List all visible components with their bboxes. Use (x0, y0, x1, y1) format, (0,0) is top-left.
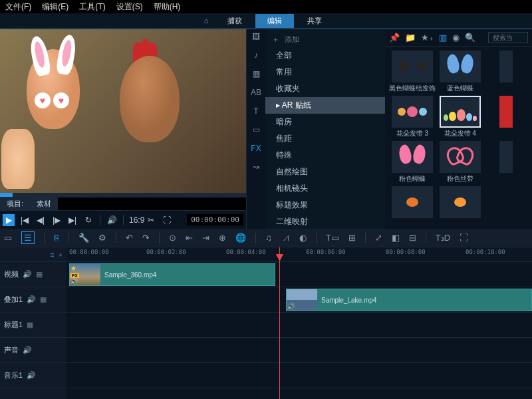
home-icon[interactable]: ⌂ (198, 17, 214, 25)
path-icon[interactable]: ↝ (250, 162, 262, 174)
asset-partial-3[interactable] (485, 141, 529, 184)
asset-pink-butterfly[interactable]: 粉色蝴蝶 (389, 141, 436, 184)
hide-icon[interactable]: ▦ (36, 270, 43, 279)
playhead[interactable] (279, 247, 280, 399)
cat-title-fx[interactable]: 标题效果 (265, 197, 385, 213)
view-icon[interactable]: ▥ (439, 33, 447, 43)
loop-button[interactable]: ↻ (82, 214, 94, 226)
expand-icon[interactable]: ⛶ (460, 233, 468, 243)
tab-edit[interactable]: 编辑 (255, 14, 294, 28)
preview-canvas[interactable]: ♥♥ (0, 29, 246, 193)
cat-focus[interactable]: 焦距 (265, 130, 385, 147)
mixer-icon[interactable]: ⚙ (98, 233, 106, 243)
track-music-header[interactable]: 音乐1🔊 (0, 363, 66, 388)
undo-icon[interactable]: ↶ (126, 233, 133, 243)
track-title[interactable] (66, 313, 532, 338)
text-t-icon[interactable]: T (250, 106, 262, 118)
search-input[interactable] (488, 32, 528, 43)
cat-2d-map[interactable]: 二维映射 (265, 213, 385, 230)
tab-share[interactable]: 共享 (295, 14, 334, 28)
track-video[interactable]: ★FX🔊 Sample_360.mp4 (66, 262, 532, 287)
tab-capture[interactable]: 捕获 (215, 14, 254, 28)
asset-pink-ribbon[interactable]: 粉色丝带 (438, 141, 482, 184)
hide-icon[interactable]: ▦ (27, 321, 33, 329)
mute-icon[interactable]: 🔊 (27, 295, 36, 304)
add-category[interactable]: ＋添加 (265, 32, 385, 47)
timecode-display[interactable]: 00:00:00:00 (187, 214, 243, 225)
search-icon[interactable]: 🔍 (465, 33, 475, 43)
3d-title-icon[interactable]: T₃D (436, 233, 450, 243)
menu-settings[interactable]: 设置(S) (116, 1, 143, 13)
asset-blue-butterfly[interactable]: 蓝色蝴蝶 (438, 51, 482, 93)
track-overlay-header[interactable]: 叠加1🔊▦ (0, 287, 66, 313)
cat-common[interactable]: 常用 (265, 64, 385, 80)
cat-favorites[interactable]: 收藏夹 (265, 80, 385, 97)
track-area[interactable]: 00:00:00:00 00:00:02:00 00:00:04:00 00:0… (66, 247, 532, 399)
goto-end-button[interactable]: ▶| (66, 214, 78, 226)
insert-icon[interactable]: ⊕ (219, 233, 226, 243)
track-voice[interactable] (66, 338, 532, 363)
normalize-icon[interactable]: ◐ (299, 233, 307, 243)
tab-material[interactable]: 素材 (30, 198, 58, 210)
ducking-icon[interactable]: ⩘ (281, 233, 290, 243)
audio-icon[interactable]: ♪ (250, 51, 262, 63)
pan-zoom-icon[interactable]: ⤢ (375, 233, 382, 243)
play-button[interactable]: ▶ (3, 214, 15, 226)
grid-icon[interactable]: ⊞ (348, 233, 356, 243)
record-icon[interactable]: ⊙ (169, 233, 176, 243)
add-track-icon[interactable]: + (59, 251, 63, 259)
track-video-header[interactable]: 视频🔊▦ (0, 262, 66, 287)
clip-sample-360[interactable]: ★FX🔊 Sample_360.mp4 (69, 263, 275, 286)
menu-help[interactable]: 帮助(H) (154, 1, 181, 13)
asset-black-bowtie[interactable]: 黑色蝴蝶结发饰 (389, 51, 436, 93)
hide-icon[interactable]: ▦ (40, 295, 47, 304)
cat-darkroom[interactable]: 暗房 (265, 114, 385, 130)
aspect-ratio[interactable]: 16:9 (129, 214, 141, 226)
cat-camera[interactable]: 相机镜头 (265, 180, 385, 197)
redo-icon[interactable]: ↷ (142, 233, 150, 243)
globe-icon[interactable]: 🌐 (235, 233, 246, 243)
time-ruler[interactable]: 00:00:00:00 00:00:02:00 00:00:04:00 00:0… (66, 247, 532, 262)
tool-wrench-icon[interactable]: 🔧 (78, 233, 89, 243)
asset-partial-1[interactable] (485, 51, 529, 93)
clip-sample-lake[interactable]: 🔊 Sample_Lake.mp4 (286, 289, 532, 311)
marker-out-icon[interactable]: ⇥ (202, 233, 209, 243)
prev-frame-button[interactable]: ◀| (35, 214, 47, 226)
mute-icon[interactable]: 🔊 (27, 371, 36, 380)
cat-special[interactable]: 特殊 (265, 147, 385, 164)
tracks-menu-icon[interactable]: ≡ (50, 251, 54, 259)
storyboard-view-icon[interactable]: ▭ (4, 233, 12, 243)
copy-icon[interactable]: ⎘ (54, 233, 59, 243)
cat-all[interactable]: 全部 (265, 47, 385, 64)
track-title-header[interactable]: 标题1▦ (0, 313, 66, 338)
sort-icon[interactable]: ◉ (452, 33, 460, 43)
title-ab-icon[interactable]: AB (250, 88, 262, 100)
asset-pumpkin-2[interactable] (438, 186, 482, 218)
subtitle-icon[interactable]: T▭ (326, 233, 339, 243)
volume-button[interactable]: 🔊 (106, 214, 118, 226)
fx-icon[interactable]: FX (250, 144, 262, 156)
transition-icon[interactable]: ▦ (250, 69, 262, 81)
marker-in-icon[interactable]: ⇤ (186, 233, 193, 243)
mute-icon[interactable]: 🔊 (23, 346, 32, 354)
menu-file[interactable]: 文件(F) (5, 1, 31, 13)
next-frame-button[interactable]: |▶ (51, 214, 63, 226)
mute-icon[interactable]: 🔊 (23, 270, 32, 279)
cat-ar-sticker[interactable]: AR 贴纸 (265, 97, 385, 114)
asset-flower-band-4[interactable]: 花朵发带 4 (438, 96, 482, 138)
pin-icon[interactable]: 📌 (389, 33, 400, 43)
menu-tools[interactable]: 工具(T) (79, 1, 105, 13)
favorite-icon[interactable]: ★₊ (421, 33, 434, 43)
overlay-icon[interactable]: ▭ (250, 125, 262, 137)
goto-start-button[interactable]: |◀ (19, 214, 31, 226)
asset-flower-band-3[interactable]: 花朵发带 3 (389, 96, 436, 138)
import-icon[interactable]: 📁 (405, 33, 416, 43)
track-overlay[interactable]: 🔊 Sample_Lake.mp4 (66, 287, 532, 313)
timeline-view-icon[interactable]: ☰ (21, 231, 35, 244)
chapter-icon[interactable]: ◧ (392, 233, 400, 243)
tab-project[interactable]: 项目: (0, 198, 30, 210)
split-button[interactable]: ✂ (145, 214, 157, 226)
asset-pumpkin-1[interactable] (389, 186, 436, 218)
audio-wave-icon[interactable]: ♫ (265, 233, 272, 243)
track-music[interactable] (66, 363, 532, 388)
